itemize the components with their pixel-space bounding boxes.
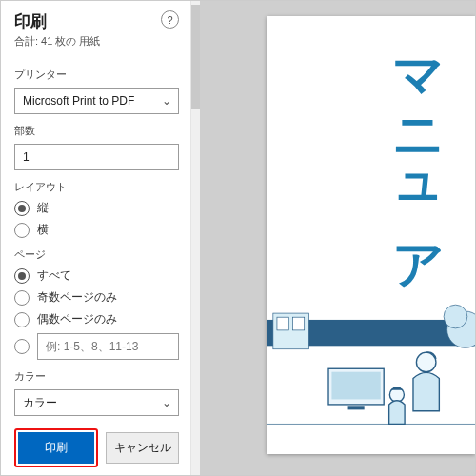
radio-icon: [14, 312, 30, 327]
print-dialog: 印刷 合計: 41 枚の 用紙 ? プリンター Microsoft Print …: [0, 0, 476, 476]
layout-portrait[interactable]: 縦: [14, 200, 179, 216]
radio-icon: [14, 339, 30, 354]
copies-input[interactable]: [14, 144, 179, 170]
scrollbar-thumb[interactable]: [191, 5, 200, 109]
printer-dropdown[interactable]: Microsoft Print to PDF: [14, 88, 179, 114]
illustration: [267, 264, 475, 454]
svg-point-11: [444, 305, 467, 328]
color-select[interactable]: カラー ⌄: [14, 389, 179, 416]
printer-select[interactable]: Microsoft Print to PDF ⌄: [14, 88, 179, 114]
svg-rect-3: [277, 317, 288, 330]
preview-page: マニュアル: [267, 16, 475, 454]
radio-icon: [14, 290, 30, 306]
pages-option-label: 奇数ページのみ: [37, 289, 117, 306]
panel-scrollbar[interactable]: [191, 1, 200, 475]
highlight-box: 印刷: [14, 428, 98, 467]
pages-all[interactable]: すべて: [14, 268, 179, 284]
layout-option-label: 横: [37, 222, 49, 238]
svg-rect-4: [292, 317, 304, 330]
header-titles: 印刷 合計: 41 枚の 用紙: [14, 10, 100, 49]
layout-option-label: 縦: [37, 200, 49, 216]
pages-range-input[interactable]: [37, 333, 179, 360]
preview-stage: マニュアル: [200, 1, 475, 475]
svg-point-8: [416, 352, 436, 372]
header: 印刷 合計: 41 枚の 用紙 ?: [14, 10, 179, 49]
settings-panel: 印刷 合計: 41 枚の 用紙 ? プリンター Microsoft Print …: [1, 1, 191, 475]
settings-scroll: プリンター Microsoft Print to PDF ⌄ 部数 レイアウト …: [14, 58, 179, 421]
svg-rect-6: [331, 372, 380, 400]
layout-label: レイアウト: [14, 180, 179, 194]
printer-label: プリンター: [14, 68, 179, 82]
help-icon[interactable]: ?: [161, 10, 179, 29]
pages-range[interactable]: [14, 333, 179, 360]
pages-odd[interactable]: 奇数ページのみ: [14, 289, 179, 306]
pages-even[interactable]: 偶数ページのみ: [14, 311, 179, 327]
radio-icon: [14, 268, 30, 284]
radio-icon: [14, 223, 30, 238]
color-dropdown[interactable]: カラー: [14, 389, 179, 416]
dialog-title: 印刷: [14, 10, 100, 32]
pages-option-label: すべて: [37, 268, 71, 284]
copies-label: 部数: [14, 124, 179, 138]
radio-icon: [14, 201, 30, 216]
footer-buttons: 印刷 キャンセル: [14, 428, 179, 467]
svg-rect-7: [348, 406, 365, 409]
pages-option-label: 偶数ページのみ: [37, 311, 117, 327]
color-label: カラー: [14, 369, 179, 384]
layout-landscape[interactable]: 横: [14, 222, 179, 238]
sheet-total: 合計: 41 枚の 用紙: [14, 34, 100, 49]
print-button[interactable]: 印刷: [18, 432, 94, 464]
pages-label: ページ: [14, 248, 179, 262]
cancel-button[interactable]: キャンセル: [106, 432, 179, 464]
copies-field: [14, 144, 179, 170]
